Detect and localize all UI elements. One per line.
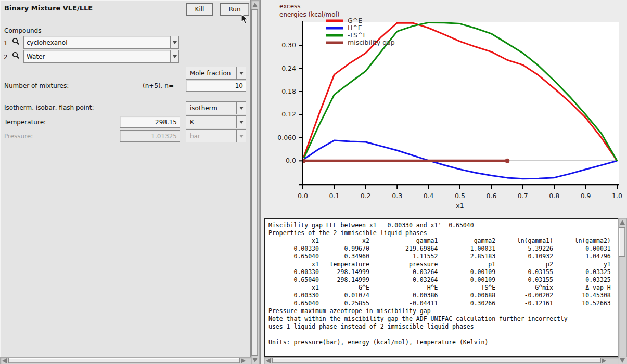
mixtures-label: Number of mixtures:: [4, 82, 69, 89]
output-text: Miscibility gap LLE between x1 = 0.00330…: [265, 219, 618, 346]
legend-label: miscibility gap: [348, 38, 395, 46]
x-tick-label: 0.3: [392, 192, 402, 200]
triangle-right-icon: [241, 358, 246, 363]
mode-label: Isotherm, isobar, flash point:: [4, 104, 94, 111]
mixtures-value: 10: [235, 82, 243, 89]
combo-arrow-button[interactable]: [236, 130, 246, 142]
run-button[interactable]: Run: [220, 3, 249, 16]
output-text-box: Miscibility gap LLE between x1 = 0.00330…: [264, 218, 619, 357]
temperature-unit-value: K: [186, 116, 236, 128]
x-tick-label: 0.9: [581, 192, 591, 200]
x-tick-label: 0.2: [361, 192, 371, 200]
scroll-up-button[interactable]: [619, 219, 625, 226]
excess-energies-chart: 0.00.10.20.30.40.50.60.70.80.91.00.00.06…: [261, 0, 627, 217]
scrollbar-thumb[interactable]: [251, 9, 258, 356]
scrollbar-thumb[interactable]: [8, 358, 240, 363]
pressure-input[interactable]: 1.01325: [120, 130, 180, 142]
pressure-unit-combo[interactable]: bar: [186, 129, 246, 142]
x-tick-label: 0.6: [486, 192, 496, 200]
compound-1-dropdown-button[interactable]: [170, 36, 179, 49]
scroll-right-button[interactable]: [600, 358, 607, 363]
output-horizontal-scrollbar[interactable]: [264, 357, 619, 364]
y-tick-label: 0.12: [281, 110, 296, 118]
triangle-right-icon: [602, 358, 606, 363]
y-tick-label: 0.30: [281, 41, 296, 49]
panel-title: Binary Mixture VLE/LLE: [4, 4, 93, 12]
temperature-input[interactable]: 298.15: [120, 116, 180, 128]
chevron-down-icon: [239, 121, 244, 124]
mode-combo[interactable]: isotherm: [186, 101, 246, 114]
x-axis-label: x1: [456, 202, 464, 210]
scroll-left-button[interactable]: [1, 358, 8, 363]
compound-2-value: Water: [27, 53, 45, 60]
compounds-label: Compounds: [4, 27, 41, 34]
triangle-left-icon: [266, 358, 271, 363]
triangle-down-icon: [620, 358, 625, 363]
temperature-label: Temperature:: [4, 119, 46, 126]
legend-label: G^E: [348, 17, 362, 24]
compound-2-dropdown-button[interactable]: [170, 50, 179, 63]
pressure-label: Pressure:: [4, 133, 33, 140]
mode-value: isotherm: [186, 102, 236, 114]
scroll-down-button[interactable]: [251, 357, 258, 363]
pressure-unit-value: bar: [186, 130, 236, 142]
search-icon: [12, 37, 20, 47]
triangle-up-icon: [252, 3, 258, 7]
triangle-up-icon: [620, 220, 625, 225]
legend-label: H^E: [348, 24, 362, 32]
pressure-value: 1.01325: [151, 133, 177, 140]
chevron-down-icon: [239, 107, 244, 110]
output-vertical-scrollbar[interactable]: [618, 218, 627, 357]
scroll-down-button[interactable]: [619, 357, 626, 363]
y-tick-label: 0.060: [277, 134, 296, 141]
scrollbar-thumb[interactable]: [272, 358, 601, 363]
x-tick-label: 0.4: [424, 192, 434, 200]
x-tick-label: 0.5: [455, 192, 465, 200]
y-tick-label: 0.18: [281, 87, 296, 95]
x-tick-label: 0.8: [549, 192, 559, 200]
x-tick-label: 0.1: [329, 192, 339, 200]
results-panel: excess energies (kcal/mol) 0.00.10.20.30…: [261, 0, 627, 364]
mixtures-formula-label: (n+5), n=: [120, 82, 174, 89]
compound-2-index: 2: [4, 54, 8, 61]
kill-button[interactable]: Kill: [186, 3, 213, 16]
compound-2-search-button[interactable]: [10, 50, 21, 63]
chevron-down-icon: [173, 55, 177, 58]
chevron-down-icon: [239, 135, 244, 138]
temperature-unit-combo[interactable]: K: [186, 115, 246, 128]
compound-1-search-button[interactable]: [10, 36, 21, 49]
y-tick-label: 0.0: [286, 157, 296, 164]
combo-arrow-button[interactable]: [236, 116, 246, 128]
scrollbar-thumb[interactable]: [619, 227, 625, 257]
mixtures-input[interactable]: 10: [186, 80, 246, 92]
compound-2-input[interactable]: Water: [23, 50, 179, 63]
x-tick-label: 1.0: [612, 192, 622, 200]
fraction-unit-value: Mole fraction: [186, 67, 236, 79]
fraction-unit-combo[interactable]: Mole fraction: [186, 67, 246, 80]
scroll-up-button[interactable]: [251, 2, 258, 8]
chevron-down-icon: [239, 72, 244, 75]
compound-1-input[interactable]: cyclohexanol: [23, 36, 179, 49]
combo-arrow-button[interactable]: [236, 102, 246, 114]
scroll-left-button[interactable]: [265, 358, 272, 363]
y-tick-label: 0.24: [281, 64, 296, 72]
combo-arrow-button[interactable]: [236, 67, 246, 79]
scroll-right-button[interactable]: [240, 358, 247, 363]
search-icon: [12, 51, 20, 61]
left-vertical-scrollbar[interactable]: [251, 0, 260, 364]
compound-1-index: 1: [4, 40, 8, 47]
triangle-left-icon: [2, 358, 7, 363]
temperature-value: 298.15: [155, 119, 177, 126]
parameters-panel: Binary Mixture VLE/LLE Kill Run Compound…: [0, 0, 251, 357]
legend-label: -TS^E: [348, 31, 367, 39]
app-window: { "window": { "title": "Binary Mixture V…: [0, 0, 627, 364]
miscibility-gap-right-marker: [505, 159, 509, 163]
left-horizontal-scrollbar[interactable]: [0, 357, 251, 364]
compound-1-value: cyclohexanol: [27, 39, 68, 46]
triangle-down-icon: [252, 358, 258, 362]
chevron-down-icon: [173, 41, 177, 44]
output-log-panel: Miscibility gap LLE between x1 = 0.00330…: [264, 218, 627, 364]
x-tick-label: 0.7: [518, 192, 528, 200]
x-tick-label: 0.0: [298, 192, 308, 200]
